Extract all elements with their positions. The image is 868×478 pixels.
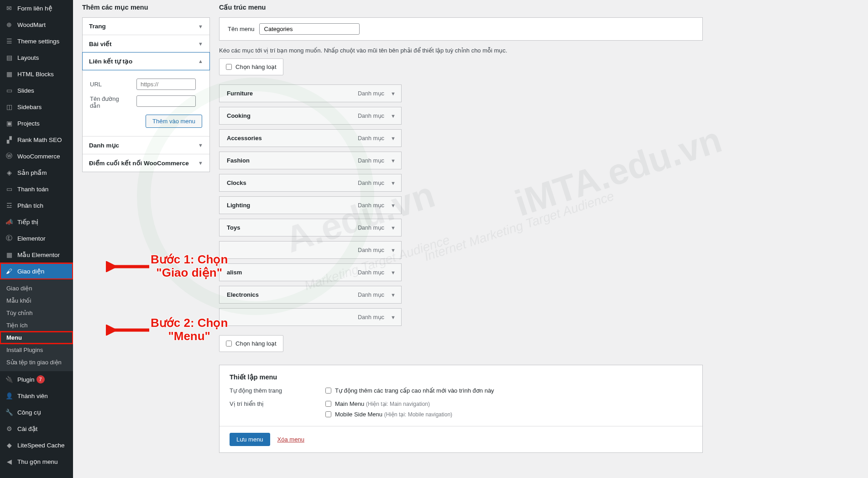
menu-item-label: [227, 247, 358, 253]
sidebar-item-theme-settings[interactable]: ☰Theme settings: [0, 33, 73, 49]
save-menu-button[interactable]: Lưu menu: [230, 433, 270, 446]
sidebar-item-woodmart[interactable]: ⊕WoodMart: [0, 16, 73, 33]
sidebar-item-woocommerce[interactable]: ⓦWooCommerce: [0, 148, 73, 164]
sidebar-item-plugins[interactable]: 🔌Plugin7: [0, 371, 73, 388]
menu-item-type: Danh mục: [358, 90, 384, 97]
chevron-down-icon: ▼: [391, 247, 396, 253]
menu-items-list: Furniture Danh mục ▼Cooking Danh mục ▼Ac…: [219, 84, 703, 326]
subitem-themes[interactable]: Giao diện: [0, 282, 73, 294]
menu-item[interactable]: Danh mục ▼: [219, 241, 402, 259]
chart-icon: ▞: [5, 135, 14, 144]
menu-settings-box: Thiết lập menu Tự động thêm trang Tự độn…: [219, 365, 703, 453]
wrench-icon: 🔧: [5, 408, 14, 417]
link-name-input[interactable]: [136, 95, 196, 107]
menu-item-label: Fashion: [227, 157, 358, 164]
menu-item[interactable]: Cooking Danh mục ▼: [219, 107, 402, 125]
menu-item-label: Cooking: [227, 112, 358, 119]
sidebar-item-form[interactable]: ✉Form liên hệ: [0, 0, 73, 16]
sidebar-item-html-blocks[interactable]: ▦HTML Blocks: [0, 66, 73, 82]
analytics-icon: ☲: [5, 201, 14, 210]
sidebar-item-layouts[interactable]: ▤Layouts: [0, 49, 73, 66]
menu-item[interactable]: Toys Danh mục ▼: [219, 219, 402, 236]
sidebar-item-analytics[interactable]: ☲Phân tích: [0, 197, 73, 214]
subitem-widgets[interactable]: Tiện ích: [0, 319, 73, 331]
custom-link-panel: URL Tên đường dẫn Thêm vào menu: [83, 70, 209, 136]
menu-item[interactable]: Clocks Danh mục ▼: [219, 174, 402, 192]
subitem-install-plugins[interactable]: Install Plugins: [0, 344, 73, 356]
acc-categories[interactable]: Danh mục▼: [83, 136, 209, 154]
product-icon: ◈: [5, 168, 14, 177]
acc-pages[interactable]: Trang▼: [83, 18, 209, 35]
sidebar-item-elementor[interactable]: ⒺElementor: [0, 230, 73, 247]
chevron-down-icon: ▼: [391, 292, 396, 298]
bulk-select-checkbox[interactable]: [226, 64, 232, 70]
menu-item[interactable]: Electronics Danh mục ▼: [219, 286, 402, 304]
sidebar-item-elementor-templates[interactable]: ▦Mẫu Elementor: [0, 247, 73, 263]
menu-item-label: Clocks: [227, 179, 358, 186]
menu-item-type: Danh mục: [358, 247, 384, 253]
menu-item-label: Furniture: [227, 90, 358, 97]
menu-item-label: Accessories: [227, 135, 358, 142]
bulk-select-top[interactable]: Chọn hàng loạt: [219, 58, 283, 75]
menu-item[interactable]: Danh mục ▼: [219, 308, 402, 326]
menu-item-label: Lighting: [227, 202, 358, 209]
form-icon: ✉: [5, 4, 14, 13]
html-icon: ▦: [5, 69, 14, 79]
auto-add-checkbox[interactable]: [325, 388, 331, 394]
menu-item-type: Danh mục: [358, 314, 384, 320]
subitem-menus[interactable]: Menu: [0, 331, 73, 344]
bulk-select-checkbox-bottom[interactable]: [226, 341, 232, 347]
litespeed-icon: ◆: [5, 441, 14, 450]
menu-item-type: Danh mục: [358, 112, 384, 119]
location-mobile-checkbox[interactable]: [325, 411, 331, 417]
sidebar-item-products[interactable]: ◈Sản phẩm: [0, 164, 73, 181]
menu-name-input[interactable]: [259, 23, 360, 35]
add-menu-items-column: Thêm các mục menu Trang▼ Bài viết▼ Liên …: [82, 0, 210, 453]
menu-name-label: Tên menu: [228, 26, 255, 32]
chevron-down-icon: ▼: [391, 91, 396, 96]
menu-item-label: Toys: [227, 224, 358, 231]
acc-woo-endpoints[interactable]: Điểm cuối kết nối WooCommerce▼: [83, 154, 209, 172]
menu-item[interactable]: Lighting Danh mục ▼: [219, 196, 402, 214]
location-main-checkbox[interactable]: [325, 401, 331, 407]
menu-item[interactable]: Fashion Danh mục ▼: [219, 152, 402, 169]
subitem-customize[interactable]: Tùy chỉnh: [0, 307, 73, 319]
bulk-select-bottom[interactable]: Chọn hàng loạt: [219, 335, 283, 352]
sidebar-item-slides[interactable]: ▭Slides: [0, 82, 73, 99]
menu-structure-column: Cấu trúc menu Tên menu Kéo các mục tới v…: [219, 0, 703, 453]
acc-posts[interactable]: Bài viết▼: [83, 35, 209, 53]
add-to-menu-button[interactable]: Thêm vào menu: [146, 115, 202, 128]
sidebar-item-projects[interactable]: ▣Projects: [0, 115, 73, 131]
delete-menu-link[interactable]: Xóa menu: [277, 436, 304, 443]
sidebar-collapse[interactable]: ◀Thu gọn menu: [0, 453, 73, 470]
woodmart-icon: ⊕: [5, 20, 14, 29]
sliders-icon: ☰: [5, 37, 14, 46]
woo-icon: ⓦ: [5, 152, 14, 161]
display-location-label: Vị trí hiển thị: [230, 400, 325, 418]
sidebar-item-appearance[interactable]: 🖌Giao diện: [0, 263, 73, 279]
menu-item-type: Danh mục: [358, 269, 384, 276]
sidebar-item-payment[interactable]: ▭Thanh toán: [0, 181, 73, 197]
sidebar-item-settings[interactable]: ⚙Cài đặt: [0, 420, 73, 437]
menu-item[interactable]: Accessories Danh mục ▼: [219, 129, 402, 147]
sidebar-item-marketing[interactable]: 📣Tiếp thị: [0, 214, 73, 230]
auto-add-label: Tự động thêm trang: [230, 387, 325, 394]
menu-name-bar: Tên menu: [219, 17, 703, 41]
acc-custom-link[interactable]: Liên kết tự tạo▲: [82, 52, 210, 70]
menu-item-type: Danh mục: [358, 202, 384, 209]
url-input[interactable]: [136, 79, 196, 90]
menu-item-type: Danh mục: [358, 135, 384, 142]
sidebar-item-litespeed[interactable]: ◆LiteSpeed Cache: [0, 437, 73, 453]
sidebar-item-sidebars[interactable]: ◫Sidebars: [0, 99, 73, 115]
main-content: A.edu.vn iMTA.edu.vn Marketing Target Au…: [73, 0, 868, 478]
card-icon: ▭: [5, 184, 14, 194]
menu-item[interactable]: Furniture Danh mục ▼: [219, 84, 402, 102]
sidebar-item-tools[interactable]: 🔧Công cụ: [0, 404, 73, 420]
sidebar-item-users[interactable]: 👤Thành viên: [0, 388, 73, 404]
subitem-patterns[interactable]: Mẫu khối: [0, 294, 73, 307]
sidebar-item-seo[interactable]: ▞Rank Math SEO: [0, 131, 73, 148]
chevron-down-icon: ▼: [391, 225, 396, 231]
menu-item[interactable]: alism Danh mục ▼: [219, 263, 402, 281]
subitem-edit-theme[interactable]: Sửa tệp tin giao diện: [0, 356, 73, 368]
chevron-down-icon: ▼: [391, 180, 396, 186]
